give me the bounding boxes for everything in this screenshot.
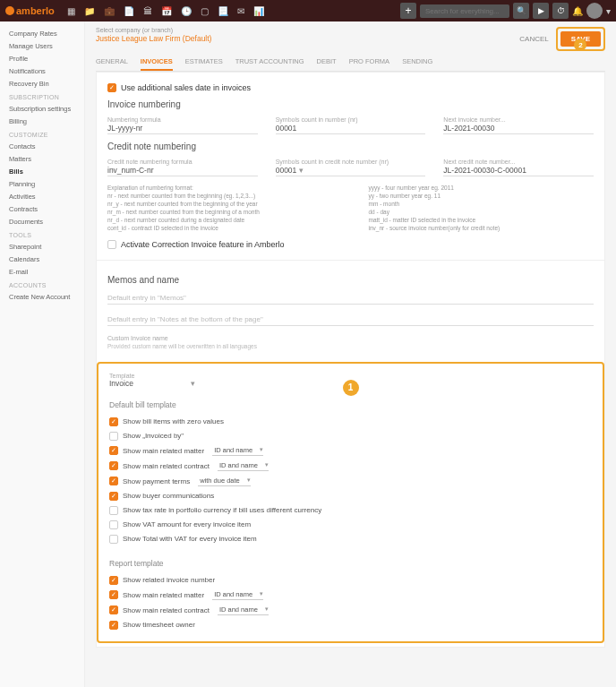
default-opt-checkbox[interactable] — [109, 417, 118, 426]
default-opt-label: Show main related contract — [123, 462, 210, 470]
tab-pro-forma[interactable]: PRO FORMA — [349, 57, 389, 71]
formula-label: Numbering formula — [107, 116, 258, 123]
default-opt-checkbox[interactable] — [109, 520, 118, 529]
default-opt-checkbox[interactable] — [109, 432, 118, 441]
report-opt-checkbox[interactable] — [109, 621, 118, 630]
formula-input[interactable]: JL-yyyy-nr — [107, 124, 258, 134]
tabs: GENERALINVOICESESTIMATESTRUST ACCOUNTING… — [96, 57, 605, 72]
credit-formula-input[interactable]: inv_num-C-nr — [107, 166, 258, 176]
search-input[interactable] — [420, 4, 509, 18]
sidebar-header: CUSTOMIZE — [0, 127, 84, 140]
default-opt-checkbox[interactable] — [109, 492, 118, 501]
default-bill-title: Default bill template — [109, 400, 592, 409]
sidebar-item-notifications[interactable]: Notifications — [0, 64, 84, 77]
sidebar-item-bills[interactable]: Bills — [0, 165, 84, 177]
custom-name-hint: Provided custom name will be overwritten… — [107, 343, 594, 349]
default-opt-label: Show Total with VAT for every invoice it… — [123, 535, 257, 543]
sidebar-header: TOOLS — [0, 228, 84, 240]
default-opt-row: Show buyer communications — [109, 489, 592, 503]
memos-input[interactable]: Default entry in "Memos" — [107, 292, 594, 305]
sidebar-item-manage-users[interactable]: Manage Users — [0, 39, 84, 52]
clock-icon[interactable]: 🕒 — [181, 6, 192, 16]
next-number-value: JL-2021-00030 — [443, 124, 594, 134]
tab-estimates[interactable]: ESTIMATES — [185, 57, 223, 71]
report-opt-checkbox[interactable] — [109, 590, 118, 599]
default-opt-checkbox[interactable] — [109, 477, 118, 485]
default-opt-row: Show main related matterID and name — [109, 443, 592, 459]
nav-icons: ▦ 📁 💼 📄 🏛 📅 🕒 ▢ 📃 ✉ 📊 — [67, 6, 264, 16]
default-opt-checkbox[interactable] — [109, 446, 118, 455]
bank-icon[interactable]: 🏛 — [143, 6, 152, 16]
default-opt-select[interactable]: ID and name — [212, 446, 263, 456]
default-opt-row: Show Total with VAT for every invoice it… — [109, 532, 592, 546]
mail-icon[interactable]: ✉ — [237, 6, 244, 16]
sidebar-item-recovery-bin[interactable]: Recovery Bin — [0, 77, 84, 90]
grid-icon[interactable]: ▦ — [67, 6, 75, 16]
tab-trust-accounting[interactable]: TRUST ACCOUNTING — [235, 57, 304, 71]
report-opt-select[interactable]: ID and name — [212, 590, 263, 600]
tab-invoices[interactable]: INVOICES — [141, 57, 173, 71]
sidebar-item-e-mail[interactable]: E-mail — [0, 265, 84, 278]
use-additional-checkbox[interactable] — [107, 83, 116, 92]
add-button[interactable]: + — [400, 3, 416, 19]
activate-correction-label: Activate Correction Invoice feature in A… — [121, 240, 285, 249]
tab-debit[interactable]: DEBIT — [317, 57, 337, 71]
default-opt-checkbox[interactable] — [109, 506, 118, 515]
report-template-title: Report template — [109, 559, 592, 568]
sidebar-item-create-new-account[interactable]: Create New Account — [0, 290, 84, 303]
search-icon[interactable]: 🔍 — [513, 3, 529, 19]
sidebar-item-matters[interactable]: Matters — [0, 152, 84, 165]
document-icon[interactable]: 📄 — [124, 6, 134, 16]
activate-correction-checkbox[interactable] — [107, 240, 116, 249]
default-opt-label: Show buyer communications — [123, 492, 214, 500]
credit-symbols-input[interactable]: 00001 — [276, 166, 426, 176]
sidebar-item-subscription-settings[interactable]: Subscription settings — [0, 102, 84, 115]
numbering-explanation: Explanation of numbering format: nr - ne… — [107, 184, 594, 233]
sidebar-item-activities[interactable]: Activities — [0, 190, 84, 202]
chart-icon[interactable]: 📊 — [253, 6, 264, 16]
sidebar-item-profile[interactable]: Profile — [0, 52, 84, 64]
sidebar-item-contracts[interactable]: Contracts — [0, 202, 84, 215]
sidebar-item-documents[interactable]: Documents — [0, 215, 84, 228]
template-highlight: 1 Template Invoice Default bill template… — [97, 362, 604, 643]
default-opt-select[interactable]: ID and name — [218, 461, 269, 471]
sidebar-item-company-rates[interactable]: Company Rates — [0, 27, 84, 39]
logo[interactable]: amberlo — [5, 5, 55, 16]
calendar-icon[interactable]: 📅 — [161, 6, 172, 16]
bell-icon[interactable]: 🔔 — [572, 6, 583, 16]
sidebar-item-billing[interactable]: Billing — [0, 115, 84, 127]
sidebar-item-sharepoint[interactable]: Sharepoint — [0, 240, 84, 253]
default-opt-checkbox[interactable] — [109, 461, 118, 470]
report-opt-select[interactable]: ID and name — [218, 605, 269, 615]
default-opt-select[interactable]: with due date — [198, 477, 251, 486]
logo-icon — [5, 6, 14, 15]
invoice-numbering-title: Invoice numbering — [107, 99, 594, 109]
report-opt-checkbox[interactable] — [109, 576, 118, 585]
template-label: Template — [109, 373, 592, 379]
symbols-input[interactable]: 00001 — [276, 124, 426, 134]
avatar[interactable] — [586, 3, 603, 19]
tab-sending[interactable]: SENDING — [402, 57, 432, 71]
caret-down-icon[interactable]: ▾ — [606, 6, 611, 16]
briefcase-icon[interactable]: 💼 — [104, 6, 115, 16]
main: Select company (or branch) Justice Leagu… — [85, 21, 616, 687]
report-opt-row: Show main related contractID and name — [109, 603, 592, 618]
sidebar-item-contacts[interactable]: Contacts — [0, 140, 84, 152]
report-opt-row: Show main related matterID and name — [109, 588, 592, 603]
cancel-button[interactable]: CANCEL — [519, 35, 548, 43]
folder-icon[interactable]: 📁 — [84, 6, 95, 16]
report-opt-checkbox[interactable] — [109, 605, 118, 614]
timer-icon[interactable]: ⏱ — [552, 3, 569, 19]
default-opt-label: Show tax rate in portfolio currency if b… — [123, 506, 321, 514]
default-opt-checkbox[interactable] — [109, 535, 118, 544]
sidebar-item-calendars[interactable]: Calendars — [0, 253, 84, 265]
box-icon[interactable]: ▢ — [201, 6, 209, 16]
report-opt-label: Show related invoice number — [123, 576, 215, 584]
sidebar-item-planning[interactable]: Planning — [0, 177, 84, 190]
play-icon[interactable]: ▶ — [533, 3, 549, 19]
custom-name-label: Custom Invoice name — [107, 335, 594, 341]
sidebar-header: ACCOUNTS — [0, 278, 84, 290]
tab-general[interactable]: GENERAL — [96, 57, 128, 71]
notes-input[interactable]: Default entry in "Notes at the bottom of… — [107, 313, 594, 326]
page-icon[interactable]: 📃 — [218, 6, 228, 16]
